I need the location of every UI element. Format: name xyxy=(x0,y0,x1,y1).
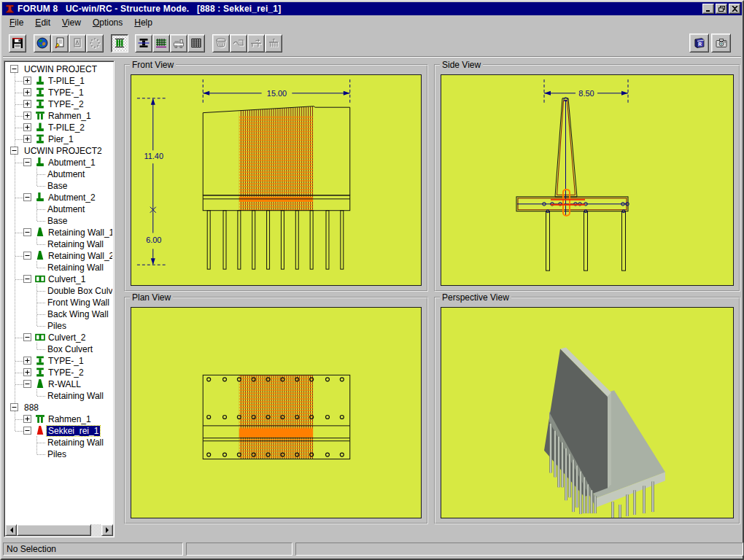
tree-item-retaining-wall[interactable]: Retaining Wall xyxy=(6,437,112,448)
tree-item-sekkei-rei-1[interactable]: Sekkei_rei_1 xyxy=(6,425,112,437)
tree-expand-box[interactable] xyxy=(23,135,31,143)
pier-elevation-button[interactable] xyxy=(111,34,128,52)
tree-item-abutment-2[interactable]: Abutment_2 xyxy=(6,192,112,203)
report-edit-button[interactable] xyxy=(51,34,69,52)
tree-item-r-wall[interactable]: R-WALL xyxy=(6,378,112,390)
tree-item-label[interactable]: T-PILE_1 xyxy=(47,76,86,86)
tree-item-type-2[interactable]: TYPE-_2 xyxy=(6,98,112,110)
front-view-canvas[interactable]: 15.00 11.40 6.00 xyxy=(131,74,422,286)
tree-item-box-culvert[interactable]: Box Culvert xyxy=(6,343,112,355)
tree-item-label[interactable]: Culvert_1 xyxy=(47,274,87,284)
tree-item-t-pile-2[interactable]: T-PILE_2 xyxy=(6,122,112,133)
tree-item-base[interactable]: Base xyxy=(6,180,112,192)
tree-item-type-1[interactable]: TYPE-_1 xyxy=(6,355,112,367)
menu-edit[interactable]: Edit xyxy=(29,16,56,29)
scroll-left-button[interactable] xyxy=(5,524,17,536)
minimize-button[interactable] xyxy=(702,4,714,14)
tree-item-retaining-wall[interactable]: Retaining Wall xyxy=(6,262,112,273)
tree-item-label[interactable]: TYPE-_2 xyxy=(47,99,85,109)
tree-expand-box[interactable] xyxy=(23,252,31,260)
tree-item-abutment[interactable]: Abutment xyxy=(6,203,112,215)
tree-item-pier-1[interactable]: Pier_1 xyxy=(6,133,112,145)
tree-item-label[interactable]: Retaining Wall_2 xyxy=(47,251,112,261)
tree-item-label[interactable]: Base xyxy=(46,216,69,226)
tree-expand-box[interactable] xyxy=(23,275,31,283)
tree-expand-box[interactable] xyxy=(23,380,31,388)
tree-item-label[interactable]: 888 xyxy=(23,402,40,413)
tree-expand-box[interactable] xyxy=(23,158,31,166)
tree-item-label[interactable]: Retaining Wall xyxy=(46,262,105,273)
tree-expand-box[interactable] xyxy=(23,357,31,365)
tree-item-abutment-1[interactable]: Abutment_1 xyxy=(6,157,112,168)
tree-item-label[interactable]: Sekkei_rei_1 xyxy=(47,426,100,436)
tree-item-label[interactable]: Abutment xyxy=(46,169,86,179)
tree-expand-box[interactable] xyxy=(23,228,31,236)
tree-expand-box[interactable] xyxy=(23,415,31,423)
tree-item-retaining-wall[interactable]: Retaining Wall xyxy=(6,390,112,402)
tree-item-front-wing-wall[interactable]: Front Wing Wall xyxy=(6,297,112,308)
tree-item-culvert-1[interactable]: Culvert_1 xyxy=(6,273,112,285)
tree-item-label[interactable]: TYPE-_1 xyxy=(47,88,85,98)
tree-item-retaining-wall-2[interactable]: Retaining Wall_2 xyxy=(6,250,112,262)
menu-file[interactable]: File xyxy=(4,16,29,29)
scroll-right-button[interactable] xyxy=(101,524,113,536)
report-book-button[interactable]: R xyxy=(689,34,709,52)
plan-view-canvas[interactable] xyxy=(131,307,422,518)
tree-item-label[interactable]: Back Wing Wall xyxy=(46,309,110,319)
tree-item-label[interactable]: T-PILE_2 xyxy=(47,122,86,133)
tree-item-piles[interactable]: Piles xyxy=(6,320,112,332)
tree-expand-box[interactable] xyxy=(23,100,31,108)
tree-expand-box[interactable] xyxy=(10,147,18,155)
tree-expand-box[interactable] xyxy=(23,112,31,120)
tree-item-base[interactable]: Base xyxy=(6,215,112,227)
tree-expand-box[interactable] xyxy=(23,427,31,435)
tree-horizontal-scrollbar[interactable] xyxy=(5,524,113,536)
tree-item-piles[interactable]: Piles xyxy=(6,448,112,460)
tree-item-label[interactable]: Pier_1 xyxy=(47,134,75,144)
menu-help[interactable]: Help xyxy=(128,16,158,29)
tree-item-culvert-2[interactable]: Culvert_2 xyxy=(6,332,112,343)
bar-bench-button[interactable] xyxy=(170,34,187,52)
tree-item-rahmen-1[interactable]: Rahmen_1 xyxy=(6,110,112,122)
ibeam-section-button[interactable] xyxy=(135,34,152,52)
tree-item-label[interactable]: Abutment_2 xyxy=(47,192,97,203)
tree-item-label[interactable]: Rahmen_1 xyxy=(47,111,93,121)
tree-expand-box[interactable] xyxy=(23,368,31,376)
tree-item-label[interactable]: Piles xyxy=(46,449,68,459)
tree-expand-box[interactable] xyxy=(23,123,31,131)
save-button[interactable] xyxy=(9,34,26,52)
side-view-canvas[interactable]: 8.50 xyxy=(441,74,734,286)
tree-item-label[interactable]: UCWIN PROJECT2 xyxy=(23,146,104,156)
tree-item-label[interactable]: Retaining Wall xyxy=(46,239,105,249)
tree-item-label[interactable]: Retaining Wall_1 xyxy=(47,228,112,238)
tree-item-rahmen-1[interactable]: Rahmen_1 xyxy=(6,413,112,425)
menu-options[interactable]: Options xyxy=(87,16,128,29)
tree-item-label[interactable]: Rahmen_1 xyxy=(47,414,93,424)
tree-item-label[interactable]: Front Wing Wall xyxy=(46,298,111,308)
tree-item-label[interactable]: UCWIN PROJECT xyxy=(23,64,98,74)
tree-expand-box[interactable] xyxy=(10,403,18,411)
tree-item-label[interactable]: Double Box Culvert xyxy=(46,286,112,296)
tree-item-label[interactable]: Box Culvert xyxy=(46,344,94,354)
tree-viewport-splitter[interactable] xyxy=(115,61,120,537)
tree-item-type-2[interactable]: TYPE-_2 xyxy=(6,367,112,378)
restore-button[interactable] xyxy=(716,4,727,14)
tree-expand-box[interactable] xyxy=(23,77,31,85)
world-button[interactable] xyxy=(34,34,51,52)
tree-item-ucwin-project[interactable]: UCWIN PROJECT xyxy=(6,63,112,75)
tree-expand-box[interactable] xyxy=(23,193,31,201)
tree-item-label[interactable]: Retaining Wall xyxy=(46,438,105,448)
tree-item-label[interactable]: Base xyxy=(46,181,69,191)
tree-expand-box[interactable] xyxy=(10,65,18,73)
tree-item-back-wing-wall[interactable]: Back Wing Wall xyxy=(6,308,112,320)
tree-item-label[interactable]: Piles xyxy=(46,321,68,331)
tree-item-label[interactable]: Abutment_1 xyxy=(47,158,97,168)
tree-item-retaining-wall-1[interactable]: Retaining Wall_1 xyxy=(6,227,112,238)
tree-item-abutment[interactable]: Abutment xyxy=(6,168,112,180)
tree-item-double-box-culvert[interactable]: Double Box Culvert xyxy=(6,285,112,297)
perspective-view-canvas[interactable] xyxy=(441,307,734,518)
table-grid-button[interactable] xyxy=(187,34,205,52)
tree-item-retaining-wall[interactable]: Retaining Wall xyxy=(6,238,112,250)
tree-expand-box[interactable] xyxy=(23,88,31,96)
tree-item-label[interactable]: TYPE-_1 xyxy=(47,356,85,366)
